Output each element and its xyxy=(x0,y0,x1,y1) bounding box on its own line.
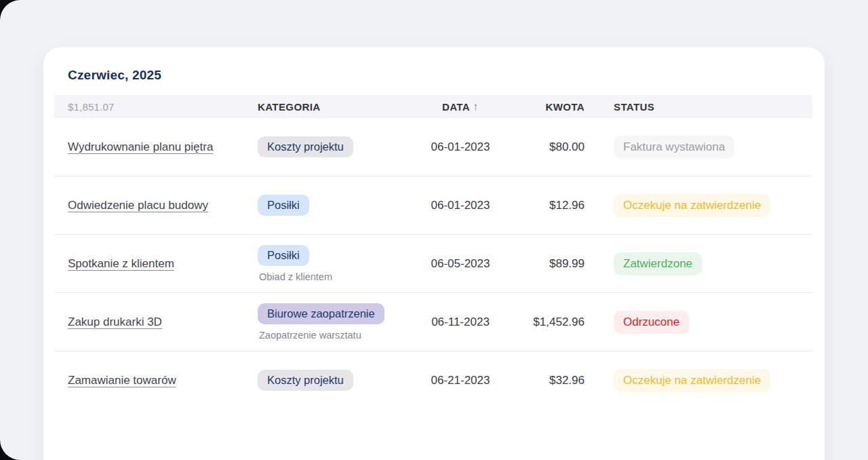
status-cell: Oczekuje na zatwierdzenie xyxy=(587,369,812,392)
expense-name-cell: Odwiedzenie placu budowy xyxy=(54,199,258,212)
status-badge: Faktura wystawiona xyxy=(614,136,734,159)
category-badge: Biurowe zaopatrzenie xyxy=(258,303,384,324)
category-cell: Koszty projektu xyxy=(258,136,412,157)
expense-name-link[interactable]: Zamawianie towarów xyxy=(68,374,176,387)
category-badge: Posiłki xyxy=(258,195,309,216)
column-header-status[interactable]: STATUS xyxy=(587,101,812,113)
column-header-data[interactable]: DATA ↑ xyxy=(442,101,479,113)
status-cell: Odrzucone xyxy=(587,311,812,334)
app-background: Czerwiec, 2025 $1,851.07 KATEGORIA DATA … xyxy=(0,0,868,460)
expense-name-link[interactable]: Odwiedzenie placu budowy xyxy=(68,199,208,212)
expense-name-link[interactable]: Wydrukownanie planu piętra xyxy=(68,140,213,153)
table-header: $1,851.07 KATEGORIA DATA ↑ KWOTA STATUS xyxy=(54,95,812,118)
expense-note: Obiad z klientem xyxy=(258,271,332,282)
expense-name-link[interactable]: Zakup drukarki 3D xyxy=(68,315,162,328)
status-badge: Oczekuje na zatwierdzenie xyxy=(614,369,770,392)
expense-date: 06-21-2023 xyxy=(412,374,509,387)
expense-note: Zaopatrzenie warsztatu xyxy=(258,330,361,341)
expense-amount: $1,452.96 xyxy=(509,315,587,329)
expense-date: 06-05-2023 xyxy=(412,257,509,271)
category-badge: Koszty projektu xyxy=(258,370,353,391)
expense-date: 06-11-2023 xyxy=(412,315,509,329)
status-cell: Faktura wystawiona xyxy=(587,136,812,159)
column-header-data-label: DATA xyxy=(442,101,470,113)
sort-ascending-icon: ↑ xyxy=(473,101,479,113)
column-header-kwota[interactable]: KWOTA xyxy=(509,101,587,113)
status-badge: Odrzucone xyxy=(614,311,689,334)
table-row: Odwiedzenie placu budowyPosiłki06-01-202… xyxy=(54,176,812,235)
table-row: Spotkanie z klientemPosiłkiObiad z klien… xyxy=(54,235,812,293)
expense-amount: $32.96 xyxy=(509,374,587,387)
page-title: Czerwiec, 2025 xyxy=(43,47,825,95)
category-cell: Posiłki xyxy=(258,195,412,216)
status-cell: Oczekuje na zatwierdzenie xyxy=(587,194,812,217)
expense-date: 06-01-2023 xyxy=(412,140,509,154)
category-cell: PosiłkiObiad z klientem xyxy=(258,245,412,282)
table-row: Zakup drukarki 3DBiurowe zaopatrzenieZao… xyxy=(54,293,812,351)
expense-name-link[interactable]: Spotkanie z klientem xyxy=(68,257,174,270)
expenses-card: Czerwiec, 2025 $1,851.07 KATEGORIA DATA … xyxy=(43,47,825,460)
table-body: Wydrukownanie planu piętraKoszty projekt… xyxy=(54,118,812,409)
expense-amount: $89.99 xyxy=(509,257,587,271)
category-badge: Posiłki xyxy=(258,245,309,266)
expense-name-cell: Wydrukownanie planu piętra xyxy=(54,140,258,154)
table-row: Zamawianie towarówKoszty projektu06-21-2… xyxy=(54,351,812,409)
expense-name-cell: Zamawianie towarów xyxy=(54,374,258,387)
status-badge: Oczekuje na zatwierdzenie xyxy=(614,194,770,217)
total-amount: $1,851.07 xyxy=(54,101,258,113)
column-header-kategoria[interactable]: KATEGORIA xyxy=(258,101,412,113)
expense-amount: $80.00 xyxy=(509,140,587,154)
expense-date: 06-01-2023 xyxy=(412,199,509,212)
category-cell: Koszty projektu xyxy=(258,370,412,391)
expense-name-cell: Zakup drukarki 3D xyxy=(54,315,258,329)
status-cell: Zatwierdzone xyxy=(587,252,812,275)
category-cell: Biurowe zaopatrzenieZaopatrzenie warszta… xyxy=(258,303,412,341)
table-row: Wydrukownanie planu piętraKoszty projekt… xyxy=(54,118,812,176)
status-badge: Zatwierdzone xyxy=(614,252,702,275)
expense-name-cell: Spotkanie z klientem xyxy=(54,257,258,271)
expense-amount: $12.96 xyxy=(509,199,587,212)
category-badge: Koszty projektu xyxy=(258,136,353,157)
